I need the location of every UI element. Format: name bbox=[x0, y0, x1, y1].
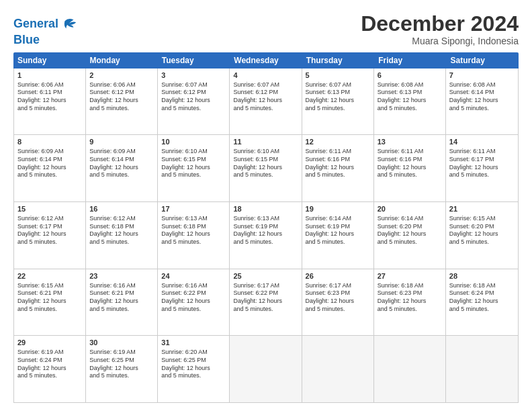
cell-info: Sunrise: 6:18 AM Sunset: 6:23 PM Dayligh… bbox=[378, 282, 442, 314]
cell-info: Sunrise: 6:06 AM Sunset: 6:11 PM Dayligh… bbox=[17, 81, 82, 113]
cell-info: Sunrise: 6:11 AM Sunset: 6:16 PM Dayligh… bbox=[378, 148, 442, 179]
calendar-row-2: 15Sunrise: 6:12 AM Sunset: 6:17 PM Dayli… bbox=[14, 202, 518, 269]
calendar-cell: 19Sunrise: 6:14 AM Sunset: 6:19 PM Dayli… bbox=[302, 202, 374, 269]
calendar-cell: 31Sunrise: 6:20 AM Sunset: 6:25 PM Dayli… bbox=[158, 336, 230, 402]
cell-info: Sunrise: 6:11 AM Sunset: 6:16 PM Dayligh… bbox=[306, 148, 370, 179]
day-number: 9 bbox=[89, 137, 154, 147]
calendar-cell: 7Sunrise: 6:08 AM Sunset: 6:14 PM Daylig… bbox=[446, 68, 518, 135]
cell-info: Sunrise: 6:08 AM Sunset: 6:14 PM Dayligh… bbox=[449, 81, 515, 113]
calendar-cell: 12Sunrise: 6:11 AM Sunset: 6:16 PM Dayli… bbox=[302, 135, 374, 201]
calendar: SundayMondayTuesdayWednesdayThursdayFrid… bbox=[13, 52, 519, 403]
cell-info: Sunrise: 6:17 AM Sunset: 6:23 PM Dayligh… bbox=[306, 282, 370, 314]
cell-info: Sunrise: 6:18 AM Sunset: 6:24 PM Dayligh… bbox=[449, 282, 515, 314]
cell-info: Sunrise: 6:16 AM Sunset: 6:22 PM Dayligh… bbox=[161, 282, 226, 314]
calendar-cell: 21Sunrise: 6:15 AM Sunset: 6:20 PM Dayli… bbox=[446, 202, 518, 269]
day-number: 20 bbox=[378, 204, 442, 214]
calendar-cell: 26Sunrise: 6:17 AM Sunset: 6:23 PM Dayli… bbox=[302, 269, 374, 336]
cell-info: Sunrise: 6:13 AM Sunset: 6:19 PM Dayligh… bbox=[233, 215, 298, 246]
day-number: 11 bbox=[233, 137, 298, 147]
calendar-cell: 14Sunrise: 6:11 AM Sunset: 6:17 PM Dayli… bbox=[446, 135, 518, 201]
calendar-cell: 1Sunrise: 6:06 AM Sunset: 6:11 PM Daylig… bbox=[14, 68, 86, 135]
calendar-row-3: 22Sunrise: 6:15 AM Sunset: 6:21 PM Dayli… bbox=[14, 269, 518, 336]
day-number: 12 bbox=[306, 137, 370, 147]
day-number: 15 bbox=[17, 204, 82, 214]
calendar-cell: 13Sunrise: 6:11 AM Sunset: 6:16 PM Dayli… bbox=[374, 135, 446, 201]
calendar-cell bbox=[446, 336, 518, 402]
cell-info: Sunrise: 6:14 AM Sunset: 6:19 PM Dayligh… bbox=[306, 215, 370, 246]
day-number: 6 bbox=[378, 71, 442, 81]
calendar-cell bbox=[374, 336, 446, 402]
day-number: 16 bbox=[89, 204, 154, 214]
day-number: 10 bbox=[161, 137, 226, 147]
day-number: 8 bbox=[17, 137, 82, 147]
title-block: December 2024 Muara Sipongi, Indonesia bbox=[361, 12, 519, 46]
cell-info: Sunrise: 6:20 AM Sunset: 6:25 PM Dayligh… bbox=[161, 349, 226, 380]
location: Muara Sipongi, Indonesia bbox=[361, 36, 519, 46]
calendar-cell: 24Sunrise: 6:16 AM Sunset: 6:22 PM Dayli… bbox=[158, 269, 230, 336]
day-number: 17 bbox=[161, 204, 226, 214]
calendar-cell bbox=[302, 336, 374, 402]
calendar-cell: 17Sunrise: 6:13 AM Sunset: 6:18 PM Dayli… bbox=[158, 202, 230, 269]
day-number: 31 bbox=[161, 338, 226, 348]
cell-info: Sunrise: 6:09 AM Sunset: 6:14 PM Dayligh… bbox=[89, 148, 154, 179]
day-number: 4 bbox=[233, 71, 298, 81]
cell-info: Sunrise: 6:19 AM Sunset: 6:25 PM Dayligh… bbox=[89, 349, 154, 380]
calendar-cell: 20Sunrise: 6:14 AM Sunset: 6:20 PM Dayli… bbox=[374, 202, 446, 269]
header: General Blue December 2024 Muara Sipongi… bbox=[13, 12, 519, 47]
calendar-row-1: 8Sunrise: 6:09 AM Sunset: 6:14 PM Daylig… bbox=[14, 135, 518, 202]
day-number: 29 bbox=[17, 338, 82, 348]
header-day-thursday: Thursday bbox=[302, 52, 374, 68]
page: General Blue December 2024 Muara Sipongi… bbox=[0, 0, 532, 411]
day-number: 30 bbox=[89, 338, 154, 348]
day-number: 25 bbox=[233, 271, 298, 281]
cell-info: Sunrise: 6:12 AM Sunset: 6:18 PM Dayligh… bbox=[89, 215, 154, 246]
calendar-cell bbox=[230, 336, 302, 402]
cell-info: Sunrise: 6:14 AM Sunset: 6:20 PM Dayligh… bbox=[378, 215, 442, 246]
header-day-tuesday: Tuesday bbox=[158, 52, 230, 68]
header-day-monday: Monday bbox=[85, 52, 157, 68]
calendar-cell: 4Sunrise: 6:07 AM Sunset: 6:12 PM Daylig… bbox=[230, 68, 302, 135]
logo-text: General bbox=[13, 17, 58, 31]
cell-info: Sunrise: 6:09 AM Sunset: 6:14 PM Dayligh… bbox=[17, 148, 82, 179]
calendar-cell: 8Sunrise: 6:09 AM Sunset: 6:14 PM Daylig… bbox=[14, 135, 86, 201]
calendar-cell: 11Sunrise: 6:10 AM Sunset: 6:15 PM Dayli… bbox=[230, 135, 302, 201]
calendar-cell: 15Sunrise: 6:12 AM Sunset: 6:17 PM Dayli… bbox=[14, 202, 86, 269]
day-number: 14 bbox=[449, 137, 515, 147]
calendar-cell: 30Sunrise: 6:19 AM Sunset: 6:25 PM Dayli… bbox=[86, 336, 158, 402]
cell-info: Sunrise: 6:06 AM Sunset: 6:12 PM Dayligh… bbox=[89, 81, 154, 113]
calendar-body: 1Sunrise: 6:06 AM Sunset: 6:11 PM Daylig… bbox=[13, 68, 519, 403]
day-number: 7 bbox=[449, 71, 515, 81]
cell-info: Sunrise: 6:07 AM Sunset: 6:13 PM Dayligh… bbox=[306, 81, 370, 113]
calendar-cell: 23Sunrise: 6:16 AM Sunset: 6:21 PM Dayli… bbox=[86, 269, 158, 336]
cell-info: Sunrise: 6:15 AM Sunset: 6:21 PM Dayligh… bbox=[17, 282, 82, 314]
day-number: 22 bbox=[17, 271, 82, 281]
calendar-cell: 3Sunrise: 6:07 AM Sunset: 6:12 PM Daylig… bbox=[158, 68, 230, 135]
calendar-cell: 2Sunrise: 6:06 AM Sunset: 6:12 PM Daylig… bbox=[86, 68, 158, 135]
calendar-cell: 22Sunrise: 6:15 AM Sunset: 6:21 PM Dayli… bbox=[14, 269, 86, 336]
day-number: 24 bbox=[161, 271, 226, 281]
cell-info: Sunrise: 6:10 AM Sunset: 6:15 PM Dayligh… bbox=[161, 148, 226, 179]
cell-info: Sunrise: 6:08 AM Sunset: 6:13 PM Dayligh… bbox=[378, 81, 442, 113]
header-day-wednesday: Wednesday bbox=[230, 52, 302, 68]
calendar-cell: 10Sunrise: 6:10 AM Sunset: 6:15 PM Dayli… bbox=[158, 135, 230, 201]
logo-blue-text: Blue bbox=[13, 33, 40, 46]
cell-info: Sunrise: 6:19 AM Sunset: 6:24 PM Dayligh… bbox=[17, 349, 82, 380]
logo-bird-icon bbox=[60, 15, 79, 34]
day-number: 19 bbox=[306, 204, 370, 214]
day-number: 28 bbox=[449, 271, 515, 281]
cell-info: Sunrise: 6:11 AM Sunset: 6:17 PM Dayligh… bbox=[449, 148, 515, 179]
day-number: 13 bbox=[378, 137, 442, 147]
header-day-saturday: Saturday bbox=[447, 52, 519, 68]
calendar-row-4: 29Sunrise: 6:19 AM Sunset: 6:24 PM Dayli… bbox=[14, 336, 518, 402]
cell-info: Sunrise: 6:17 AM Sunset: 6:22 PM Dayligh… bbox=[233, 282, 298, 314]
cell-info: Sunrise: 6:07 AM Sunset: 6:12 PM Dayligh… bbox=[161, 81, 226, 113]
logo: General Blue bbox=[13, 15, 79, 47]
calendar-cell: 5Sunrise: 6:07 AM Sunset: 6:13 PM Daylig… bbox=[302, 68, 374, 135]
cell-info: Sunrise: 6:10 AM Sunset: 6:15 PM Dayligh… bbox=[233, 148, 298, 179]
calendar-header: SundayMondayTuesdayWednesdayThursdayFrid… bbox=[13, 52, 519, 68]
cell-info: Sunrise: 6:07 AM Sunset: 6:12 PM Dayligh… bbox=[233, 81, 298, 113]
calendar-cell: 6Sunrise: 6:08 AM Sunset: 6:13 PM Daylig… bbox=[374, 68, 446, 135]
calendar-cell: 27Sunrise: 6:18 AM Sunset: 6:23 PM Dayli… bbox=[374, 269, 446, 336]
calendar-cell: 16Sunrise: 6:12 AM Sunset: 6:18 PM Dayli… bbox=[86, 202, 158, 269]
calendar-cell: 29Sunrise: 6:19 AM Sunset: 6:24 PM Dayli… bbox=[14, 336, 86, 402]
